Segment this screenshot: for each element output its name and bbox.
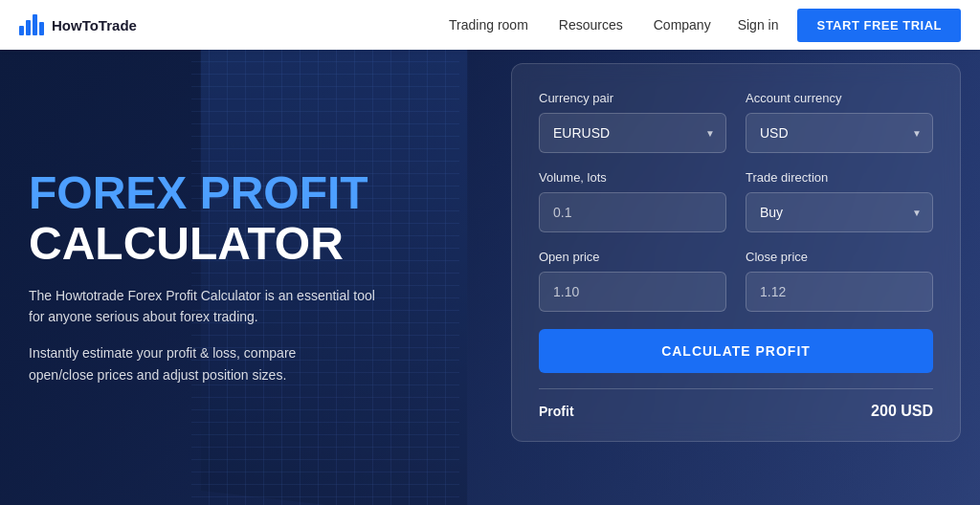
hero-title-line1: FOREX PROFIT: [29, 167, 368, 218]
close-price-input[interactable]: [746, 272, 933, 312]
profit-label: Profit: [539, 404, 574, 419]
profit-result-row: Profit 200 USD: [539, 388, 933, 420]
hero-section: FOREX PROFIT CALCULATOR The Howtotrade F…: [0, 50, 980, 505]
hero-description2: Instantly estimate your profit & loss, c…: [29, 343, 364, 386]
trade-direction-group: Trade direction Buy Sell: [746, 170, 933, 232]
open-price-label: Open price: [539, 250, 726, 264]
trade-direction-select-wrapper: Buy Sell: [746, 192, 933, 232]
currency-pair-select-wrapper: EURUSD GBPUSD USDJPY AUDUSD USDCHF: [539, 113, 726, 153]
volume-group: Volume, lots: [539, 170, 726, 232]
nav-links: Trading room Resources Company: [449, 17, 711, 33]
currency-pair-select[interactable]: EURUSD GBPUSD USDJPY AUDUSD USDCHF: [539, 113, 726, 153]
currency-pair-label: Currency pair: [539, 91, 726, 105]
nav-resources[interactable]: Resources: [559, 17, 623, 33]
account-currency-select[interactable]: USD EUR GBP JPY: [746, 113, 933, 153]
account-currency-select-wrapper: USD EUR GBP JPY: [746, 113, 933, 153]
navbar: HowToTrade Trading room Resources Compan…: [0, 0, 980, 50]
form-row-1: Currency pair EURUSD GBPUSD USDJPY AUDUS…: [539, 91, 933, 153]
start-trial-button[interactable]: START FREE TRIAL: [797, 9, 961, 42]
nav-company[interactable]: Company: [654, 17, 711, 33]
hero-title-line2: CALCULATOR: [29, 218, 344, 269]
form-row-2: Volume, lots Trade direction Buy Sell: [539, 170, 933, 232]
hero-content: FOREX PROFIT CALCULATOR The Howtotrade F…: [29, 168, 392, 385]
volume-label: Volume, lots: [539, 170, 726, 185]
open-price-group: Open price: [539, 250, 726, 312]
hero-description1: The Howtotrade Forex Profit Calculator i…: [29, 285, 392, 328]
profit-value: 200 USD: [871, 403, 933, 420]
calculator-panel: Currency pair EURUSD GBPUSD USDJPY AUDUS…: [511, 63, 961, 442]
volume-input[interactable]: [539, 192, 726, 232]
hero-title: FOREX PROFIT CALCULATOR: [29, 168, 392, 270]
logo-text: HowToTrade: [52, 17, 137, 33]
close-price-label: Close price: [746, 250, 933, 264]
account-currency-group: Account currency USD EUR GBP JPY: [746, 91, 933, 153]
signin-link[interactable]: Sign in: [738, 17, 779, 33]
currency-pair-group: Currency pair EURUSD GBPUSD USDJPY AUDUS…: [539, 91, 726, 153]
account-currency-label: Account currency: [746, 91, 933, 105]
open-price-input[interactable]: [539, 272, 726, 312]
trade-direction-select[interactable]: Buy Sell: [746, 192, 933, 232]
calculate-profit-button[interactable]: CALCULATE PROFIT: [539, 329, 933, 373]
trade-direction-label: Trade direction: [746, 170, 933, 185]
nav-trading-room[interactable]: Trading room: [449, 17, 528, 33]
logo-icon: [19, 14, 44, 35]
form-row-3: Open price Close price: [539, 250, 933, 312]
logo: HowToTrade: [19, 14, 137, 35]
close-price-group: Close price: [746, 250, 933, 312]
